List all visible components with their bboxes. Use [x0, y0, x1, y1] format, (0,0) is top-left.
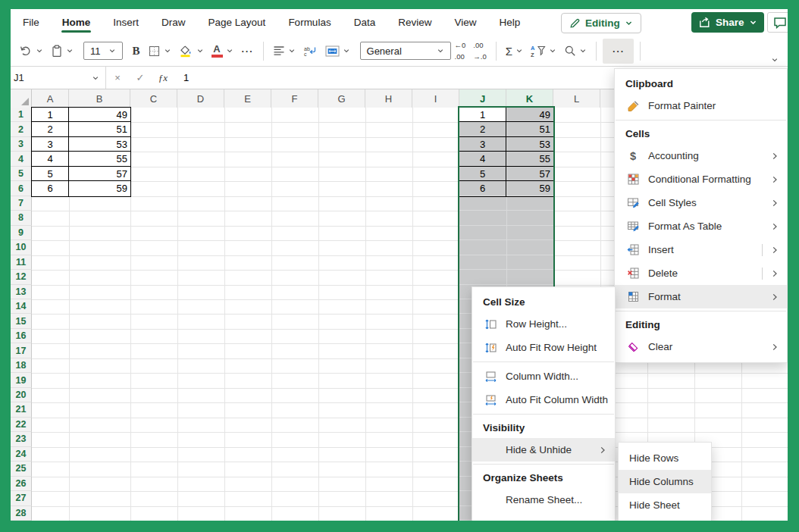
- merge-center-button[interactable]: [321, 42, 354, 60]
- menu-tab-draw[interactable]: Draw: [161, 10, 186, 36]
- insert-function-button[interactable]: ƒx: [152, 72, 174, 84]
- menu-item-format-as-table[interactable]: Format As Table: [615, 214, 787, 238]
- menu-item-hide-unhide[interactable]: Hide & Unhide: [472, 438, 615, 462]
- menu-item-conditional-formatting[interactable]: Conditional Formatting: [615, 167, 787, 191]
- menu-item-auto-fit-column-width[interactable]: Auto Fit Column Width: [472, 388, 615, 412]
- column-header-c[interactable]: C: [130, 89, 177, 108]
- menu-tab-formulas[interactable]: Formulas: [288, 10, 331, 36]
- borders-button[interactable]: [144, 42, 175, 61]
- row-header-8[interactable]: 8: [11, 211, 32, 225]
- menu-item-format[interactable]: Format: [615, 285, 787, 308]
- row-header-23[interactable]: 23: [11, 432, 32, 446]
- collapse-ribbon-button[interactable]: [771, 56, 779, 66]
- menu-item-insert[interactable]: Insert: [615, 238, 787, 261]
- row-header-9[interactable]: 9: [11, 226, 32, 240]
- autosum-button[interactable]: Σ: [502, 42, 527, 61]
- column-header-h[interactable]: H: [365, 89, 412, 108]
- menu-tab-data[interactable]: Data: [354, 10, 376, 36]
- row-header-19[interactable]: 19: [11, 373, 32, 387]
- cell-j6[interactable]: 6: [459, 181, 506, 196]
- menu-item-hide-sheet[interactable]: Hide Sheet: [619, 493, 711, 517]
- increase-decimal-button[interactable]: .00 →.0: [469, 41, 490, 61]
- cell-k2[interactable]: 51: [506, 122, 553, 136]
- cell-j4[interactable]: 4: [459, 152, 506, 165]
- menu-item-hide-rows[interactable]: Hide Rows: [619, 446, 711, 470]
- cell-b1[interactable]: 49: [69, 108, 130, 121]
- more-font-options-button[interactable]: ⋯: [237, 41, 258, 61]
- cell-j2[interactable]: 2: [459, 122, 506, 136]
- cell-a4[interactable]: 4: [32, 152, 69, 165]
- row-header-14[interactable]: 14: [11, 299, 32, 314]
- menu-item-delete[interactable]: Delete: [615, 261, 787, 285]
- menu-tab-page-layout[interactable]: Page Layout: [208, 10, 266, 36]
- cell-a3[interactable]: 3: [32, 137, 69, 151]
- row-header-25[interactable]: 25: [11, 462, 32, 476]
- menu-tab-view[interactable]: View: [454, 10, 476, 36]
- paste-button[interactable]: [47, 42, 77, 61]
- row-header-6[interactable]: 6: [11, 181, 32, 196]
- font-color-button[interactable]: A: [208, 41, 237, 61]
- comments-button[interactable]: [767, 12, 788, 33]
- menu-item-format-painter[interactable]: Format Painter: [615, 94, 787, 117]
- cell-a6[interactable]: 6: [32, 181, 69, 196]
- menu-tab-insert[interactable]: Insert: [113, 10, 139, 36]
- cell-a5[interactable]: 5: [32, 167, 69, 180]
- menu-tab-file[interactable]: File: [23, 10, 39, 36]
- column-header-k[interactable]: K: [506, 89, 553, 108]
- menu-item-hide-columns[interactable]: Hide Columns: [619, 470, 711, 493]
- confirm-button[interactable]: ✓: [129, 72, 152, 83]
- menu-item-rename-sheet[interactable]: Rename Sheet...: [472, 488, 615, 512]
- cell-a2[interactable]: 2: [32, 122, 69, 136]
- ribbon-overflow-button[interactable]: ⋯: [603, 39, 634, 64]
- row-header-15[interactable]: 15: [11, 314, 32, 328]
- column-header-f[interactable]: F: [271, 89, 318, 108]
- cell-k4[interactable]: 55: [506, 152, 553, 165]
- cell-j5[interactable]: 5: [459, 167, 506, 180]
- column-header-g[interactable]: G: [318, 89, 365, 108]
- row-header-26[interactable]: 26: [11, 477, 32, 491]
- column-header-j[interactable]: J: [459, 89, 506, 108]
- row-header-7[interactable]: 7: [11, 196, 32, 211]
- wrap-text-button[interactable]: abc: [299, 42, 321, 60]
- row-header-11[interactable]: 11: [11, 255, 32, 270]
- cell-b3[interactable]: 53: [69, 137, 130, 151]
- row-header-24[interactable]: 24: [11, 447, 32, 462]
- cell-b4[interactable]: 55: [69, 152, 130, 165]
- cell-b2[interactable]: 51: [69, 122, 130, 136]
- align-button[interactable]: [269, 42, 299, 59]
- menu-item-column-width[interactable]: Column Width...: [472, 365, 615, 388]
- font-size-select[interactable]: 11: [83, 42, 123, 60]
- menu-tab-home[interactable]: Home: [62, 10, 91, 36]
- bold-button[interactable]: B: [129, 42, 144, 61]
- cell-b5[interactable]: 57: [69, 167, 130, 180]
- row-header-13[interactable]: 13: [11, 285, 32, 299]
- number-format-select[interactable]: General: [360, 42, 451, 60]
- find-button[interactable]: [560, 42, 591, 60]
- cell-b6[interactable]: 59: [69, 181, 130, 196]
- row-header-10[interactable]: 10: [11, 240, 32, 255]
- cell-k6[interactable]: 59: [506, 181, 553, 196]
- cell-k1[interactable]: 49: [506, 108, 553, 121]
- row-header-3[interactable]: 3: [11, 137, 32, 152]
- editing-mode-button[interactable]: Editing: [561, 13, 641, 33]
- menu-item-auto-fit-row-height[interactable]: Auto Fit Row Height: [472, 336, 615, 359]
- cell-a1[interactable]: 1: [32, 108, 69, 121]
- menu-item-clear[interactable]: Clear: [615, 335, 787, 358]
- menu-tab-help[interactable]: Help: [499, 10, 520, 36]
- row-header-18[interactable]: 18: [11, 358, 32, 373]
- menu-item-accounting[interactable]: $Accounting: [615, 144, 787, 167]
- column-header-e[interactable]: E: [224, 89, 271, 108]
- share-button[interactable]: Share: [691, 12, 764, 33]
- row-header-1[interactable]: 1: [11, 108, 32, 122]
- row-header-16[interactable]: 16: [11, 329, 32, 343]
- row-header-28[interactable]: 28: [11, 506, 32, 521]
- row-header-20[interactable]: 20: [11, 388, 32, 402]
- menu-item-cell-styles[interactable]: Cell Styles: [615, 191, 787, 214]
- row-header-2[interactable]: 2: [11, 122, 32, 136]
- menu-item-row-height[interactable]: Row Height...: [472, 312, 615, 336]
- row-header-4[interactable]: 4: [11, 152, 32, 166]
- cell-j1[interactable]: 1: [459, 108, 506, 121]
- cancel-button[interactable]: ×: [106, 72, 129, 83]
- row-header-5[interactable]: 5: [11, 167, 32, 181]
- column-header-b[interactable]: B: [69, 89, 130, 108]
